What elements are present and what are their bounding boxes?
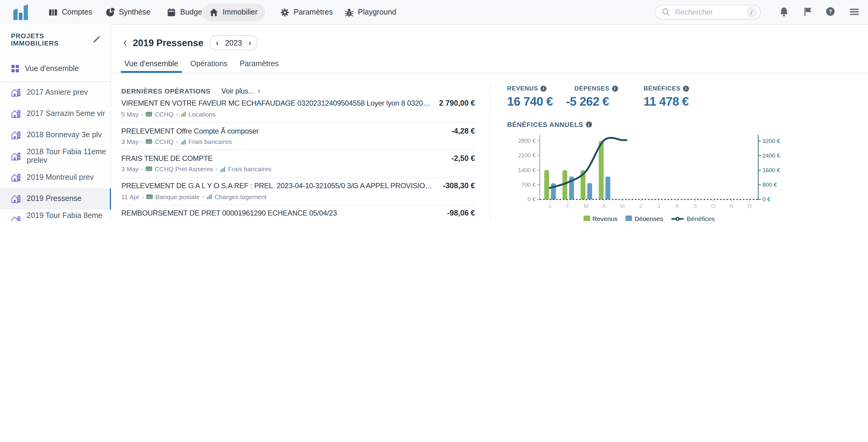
search-icon xyxy=(662,8,670,17)
search-placeholder: Rechercher xyxy=(675,8,746,17)
category-bars-icon xyxy=(220,166,226,172)
sidebar-item-project[interactable]: 2019 Tour Fabia 8eme prelev xyxy=(0,209,111,221)
project-list: 2017 Asniere prev 2017 Sarrazin 5eme vir… xyxy=(0,82,111,221)
nav-label: Budget xyxy=(180,8,204,17)
sidebar-item-project[interactable]: 2017 Sarrazin 5eme vir xyxy=(0,103,111,124)
row-divider xyxy=(121,122,475,122)
benefices-line-glyph xyxy=(671,216,684,221)
back-button[interactable]: ‹ xyxy=(123,36,127,49)
hamburger-icon xyxy=(849,7,860,17)
help-button[interactable]: ? xyxy=(826,7,836,17)
tab-parametres[interactable]: Paramètres xyxy=(240,59,279,70)
sidebar-section-title: PROJETS IMMOBILIERS xyxy=(11,32,93,47)
svg-text:J: J xyxy=(548,203,551,209)
svg-text:3200 €: 3200 € xyxy=(763,138,780,144)
bug-icon xyxy=(344,8,353,17)
year-selector: ‹ 2023 › xyxy=(209,35,258,50)
nav-item-playground[interactable]: Playground xyxy=(337,3,404,21)
kpi-value: -5 262 € xyxy=(566,95,644,109)
operation-row[interactable]: REMBOURSEMENT DE PRET 00001961290 ECHEAN… xyxy=(121,207,475,221)
kpi-revenus: REVENUSi 16 740 € xyxy=(507,85,566,109)
tab-vue-densemble[interactable]: Vue d'ensemble xyxy=(124,59,178,70)
card-icon xyxy=(146,166,152,171)
svg-text:S: S xyxy=(693,203,697,209)
nav-item-comptes[interactable]: Comptes xyxy=(41,3,99,21)
kpi-benefices: BÉNÉFICESi 11 478 € xyxy=(644,85,722,109)
row-divider xyxy=(121,204,475,205)
nav-item-immobilier[interactable]: Immobilier xyxy=(202,3,265,21)
row-divider xyxy=(121,177,475,178)
svg-text:1400 €: 1400 € xyxy=(518,167,536,173)
info-icon[interactable]: i xyxy=(683,85,689,91)
operation-row[interactable]: PRELEVEMENT DE G A L Y O S.A REF : PREL.… xyxy=(121,180,475,206)
edit-projects-button[interactable] xyxy=(93,36,100,43)
category-bars-icon xyxy=(181,139,186,144)
grid-icon xyxy=(11,64,20,73)
search-input[interactable]: Rechercher / xyxy=(654,5,761,20)
building-icon xyxy=(11,88,21,97)
building-icon xyxy=(11,215,21,221)
flag-button[interactable] xyxy=(803,7,813,17)
operation-row[interactable]: FRAIS TENUE DE COMPTE-2,50 € 3 May-CCHQ … xyxy=(121,152,475,179)
sidebar: PROJETS IMMOBILIERS Vue d'ensemble 2017 … xyxy=(0,24,111,221)
category-bars-icon xyxy=(207,194,212,199)
sidebar-item-project[interactable]: 2017 Asniere prev xyxy=(0,82,111,103)
pie-chart-icon xyxy=(105,8,115,17)
menu-button[interactable] xyxy=(849,7,860,17)
svg-text:N: N xyxy=(730,203,734,209)
top-navbar: Comptes Synthèse Budget Immobilier Param… xyxy=(0,0,868,25)
operation-amount: -308,30 € xyxy=(443,181,475,190)
search-shortcut-badge: / xyxy=(746,7,757,18)
svg-text:O: O xyxy=(711,203,715,209)
revenus-swatch xyxy=(583,215,590,221)
kpi-value: 11 478 € xyxy=(644,95,722,109)
info-icon[interactable]: i xyxy=(540,85,547,91)
tabs-divider xyxy=(111,72,868,73)
sidebar-item-project[interactable]: 2018 Bonnevay 3e plv xyxy=(0,124,111,146)
year-next-button[interactable]: › xyxy=(248,39,251,47)
svg-text:M: M xyxy=(584,203,588,209)
nav-label: Playground xyxy=(358,8,396,17)
vertical-divider xyxy=(490,85,490,221)
building-icon xyxy=(11,152,21,161)
sidebar-item-project[interactable]: 2018 Tour Fabia 11eme prelev xyxy=(0,146,111,167)
sidebar-item-project[interactable]: 2019 Pressense xyxy=(0,188,111,209)
operation-amount: -2,50 € xyxy=(451,154,475,163)
tab-operations[interactable]: Opérations xyxy=(190,59,227,70)
sidebar-item-overview[interactable]: Vue d'ensemble xyxy=(0,59,111,78)
nav-label: Comptes xyxy=(62,8,92,17)
app-logo-icon xyxy=(11,3,29,21)
operations-section-title: DERNIÈRES OPÉRATIONS xyxy=(121,87,211,94)
operation-amount: 2 790,00 € xyxy=(439,99,475,108)
kpi-depenses: DÉPENSESi -5 262 € xyxy=(566,85,644,109)
year-prev-button[interactable]: ‹ xyxy=(216,39,219,47)
operation-amount: -4,28 € xyxy=(451,126,475,135)
annual-benefits-chart: JFMAMJJASOND0 €700 €1400 €2100 €2800 €0 … xyxy=(506,126,792,216)
svg-text:J: J xyxy=(639,203,642,209)
sidebar-item-project[interactable]: 2019 Montreuil prev xyxy=(0,167,111,188)
year-label: 2023 xyxy=(225,38,242,47)
svg-text:700 €: 700 € xyxy=(521,181,536,188)
chart-legend: Revenus Dépenses Bénéfices xyxy=(522,215,776,221)
svg-text:800 €: 800 € xyxy=(763,181,777,188)
svg-text:?: ? xyxy=(829,8,832,14)
nav-item-parametres[interactable]: Paramètres xyxy=(273,3,340,21)
nav-item-synthese[interactable]: Synthèse xyxy=(98,3,158,21)
chevron-right-icon[interactable]: › xyxy=(258,86,260,95)
operation-row[interactable]: VIREMENT EN VOTRE FAVEUR MC ECHAFAUDAGE … xyxy=(121,97,475,124)
building-icon xyxy=(11,130,21,140)
row-divider xyxy=(121,149,475,150)
sidebar-overview-label: Vue d'ensemble xyxy=(25,64,79,73)
info-icon[interactable]: i xyxy=(612,85,618,91)
svg-text:D: D xyxy=(748,203,752,209)
question-icon: ? xyxy=(826,7,835,17)
operation-amount: -98,06 € xyxy=(447,209,475,217)
pencil-icon xyxy=(93,36,100,43)
nav-label: Immobilier xyxy=(223,8,257,17)
kpi-value: 16 740 € xyxy=(507,95,566,109)
card-icon xyxy=(146,111,152,116)
home-icon xyxy=(209,8,218,17)
see-more-link[interactable]: Voir plus... xyxy=(221,87,254,94)
notifications-button[interactable] xyxy=(779,7,789,17)
operation-row[interactable]: PRELEVEMENT Offre Compte Ã composer-4,28… xyxy=(121,125,475,151)
